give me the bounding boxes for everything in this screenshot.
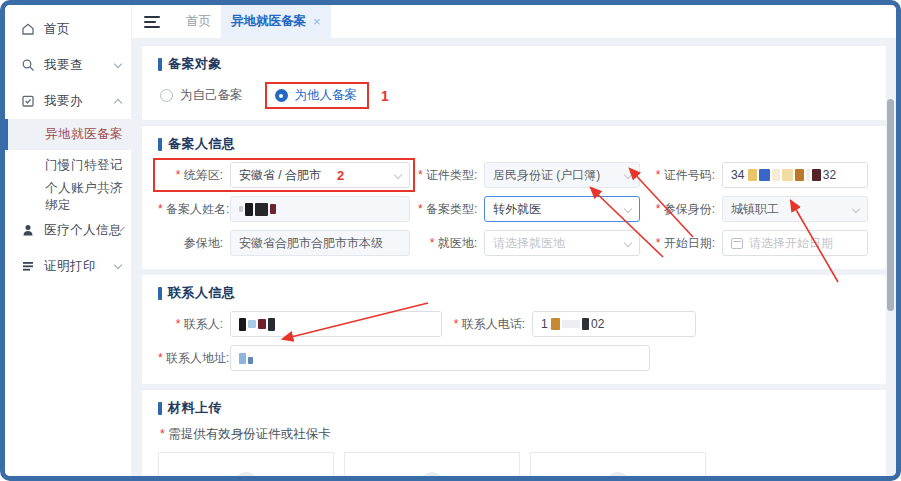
cert-no-label: 证件号码: — [648, 167, 722, 184]
submenu-item-label: 个人账户共济绑定 — [45, 180, 131, 214]
step-1-badge: 1 — [381, 88, 389, 104]
upload-note: 需提供有效身份证件或社保卡 — [160, 426, 870, 443]
section-title-text: 备案人信息 — [168, 135, 236, 153]
tab-home[interactable]: 首页 — [176, 5, 221, 39]
submenu-item-label: 门慢门特登记 — [45, 157, 123, 174]
sidebar-item-query[interactable]: 我要查 — [5, 47, 131, 83]
upload-social-card-button[interactable]: 点击上传社保卡 — [530, 452, 706, 476]
chevron-down-icon — [852, 205, 860, 213]
redacted-value — [806, 169, 810, 181]
radio-unselected-icon — [160, 89, 173, 102]
region-label: 统筹区: — [158, 167, 230, 184]
search-icon — [21, 58, 35, 72]
chevron-down-icon — [624, 239, 632, 247]
vertical-scrollbar[interactable] — [887, 99, 894, 311]
contact-phone-input[interactable]: 1 02 — [532, 311, 696, 337]
app-window: 首页 我要查 我要办 异地就医备案 — [0, 0, 901, 481]
sidebar-item-label: 首页 — [44, 21, 121, 38]
redacted-value — [239, 318, 246, 331]
redacted-value — [551, 318, 560, 330]
annotation-box-2: 统筹区: 安徽省 / 合肥市 2 — [153, 158, 415, 192]
section-bar-icon — [158, 402, 162, 415]
filing-target-radios: 为自己备案 为他人备案 1 — [158, 82, 870, 109]
step-2-badge: 2 — [337, 168, 344, 183]
sidebar-item-cert-print[interactable]: 证明打印 — [5, 248, 131, 284]
sidebar-item-label: 证明打印 — [44, 258, 115, 275]
contact-person-input[interactable] — [230, 311, 442, 337]
redacted-value — [270, 204, 276, 214]
radio-label: 为他人备案 — [295, 87, 358, 104]
radio-other-filing[interactable]: 为他人备案 — [275, 87, 358, 104]
redacted-value — [255, 203, 268, 216]
filer-info-card: 备案人信息 统筹区: 安徽省 / 合肥市 2 — [142, 126, 886, 269]
section-title: 联系人信息 — [158, 284, 870, 302]
redacted-value: 32 — [823, 168, 836, 182]
contact-person-label: 联系人: — [158, 316, 230, 333]
sidebar-item-label: 我要办 — [44, 93, 115, 110]
upload-id-back-button[interactable]: 点击上传居民身份证反面 — [344, 452, 520, 476]
start-date-input[interactable]: 请选择开始日期 — [722, 230, 868, 256]
contact-phone-label: 联系人电话: — [442, 316, 532, 333]
contact-info-card: 联系人信息 联系人: 联系 — [142, 275, 886, 384]
redacted-value — [239, 206, 243, 212]
sidebar-item-home[interactable]: 首页 — [5, 11, 131, 47]
insured-identity-select[interactable]: 城镇职工 — [722, 196, 868, 222]
upload-note-text: 需提供有效身份证件或社保卡 — [168, 427, 331, 441]
chevron-down-icon — [624, 205, 632, 213]
redacted-value — [248, 357, 253, 364]
sidebar-subitem-remote-filing[interactable]: 异地就医备案 — [5, 119, 131, 150]
region-value: 安徽省 / 合肥市 — [239, 167, 321, 184]
region-select[interactable]: 安徽省 / 合肥市 2 — [230, 162, 410, 188]
redacted-value — [245, 203, 253, 216]
redacted-value — [562, 320, 580, 328]
sidebar-submenu: 异地就医备案 门慢门特登记 个人账户共济绑定 — [5, 119, 131, 212]
section-bar-icon — [158, 287, 162, 300]
sidebar-collapse-icon[interactable] — [144, 16, 160, 28]
cert-type-value: 居民身份证 (户口簿) — [493, 167, 600, 184]
treatment-place-placeholder: 请选择就医地 — [493, 235, 565, 252]
insured-identity-value: 城镇职工 — [731, 201, 779, 218]
treatment-place-select[interactable]: 请选择就医地 — [484, 230, 640, 256]
sidebar-subitem-clinic-register[interactable]: 门慢门特登记 — [5, 150, 131, 181]
photo-placeholder-icon — [566, 471, 670, 476]
insured-place-input[interactable]: 安徽省合肥市合肥市市本级 — [230, 230, 410, 256]
photo-placeholder-icon — [380, 471, 484, 476]
radio-selected-icon — [275, 89, 288, 102]
home-icon — [21, 22, 35, 36]
upload-id-front-button[interactable]: 点击上传居民身份证正面 — [158, 452, 334, 476]
section-title: 备案对象 — [158, 55, 870, 73]
tab-close-icon[interactable]: × — [313, 14, 321, 29]
redacted-value: 02 — [591, 317, 604, 331]
photo-placeholder-icon — [194, 471, 298, 476]
redacted-value — [248, 320, 256, 328]
radio-self-filing[interactable]: 为自己备案 — [160, 87, 243, 104]
redacted-value: 1 — [541, 317, 548, 331]
sidebar-item-todo[interactable]: 我要办 — [5, 83, 131, 119]
cert-type-label: 证件类型: — [418, 167, 484, 184]
contact-address-input[interactable] — [230, 345, 650, 371]
section-title-text: 材料上传 — [168, 399, 222, 417]
section-title-text: 备案对象 — [168, 55, 222, 73]
redacted-value — [772, 169, 780, 181]
page-content: 备案对象 为自己备案 为他人备案 1 — [132, 39, 896, 476]
sidebar-item-medical-info[interactable]: 医疗个人信息 — [5, 212, 131, 248]
tab-remote-filing[interactable]: 异地就医备案 × — [221, 5, 331, 39]
filing-type-select[interactable]: 转外就医 — [484, 196, 640, 222]
sidebar-subitem-account-binding[interactable]: 个人账户共济绑定 — [5, 181, 131, 212]
chevron-down-icon — [114, 59, 122, 67]
insured-place-label: 参保地: — [158, 235, 230, 252]
filer-name-input[interactable] — [230, 196, 410, 222]
sidebar-item-label: 我要查 — [44, 57, 115, 74]
section-title: 备案人信息 — [158, 135, 870, 153]
contact-address-label: 联系人地址: — [158, 350, 230, 367]
cert-type-select[interactable]: 居民身份证 (户口簿) — [484, 162, 640, 188]
upload-row: 点击上传居民身份证正面 点击上传居民身份证反面 — [158, 452, 870, 476]
upload-card: 材料上传 需提供有效身份证件或社保卡 — [142, 390, 886, 476]
tab-bar: 首页 异地就医备案 × — [132, 5, 896, 39]
section-title: 材料上传 — [158, 399, 870, 417]
insured-identity-label: 参保身份: — [648, 201, 722, 218]
cert-no-input[interactable]: 34 32 — [722, 162, 868, 188]
calendar-icon — [731, 238, 743, 249]
chevron-up-icon — [114, 98, 122, 106]
start-date-label: 开始日期: — [648, 235, 722, 252]
